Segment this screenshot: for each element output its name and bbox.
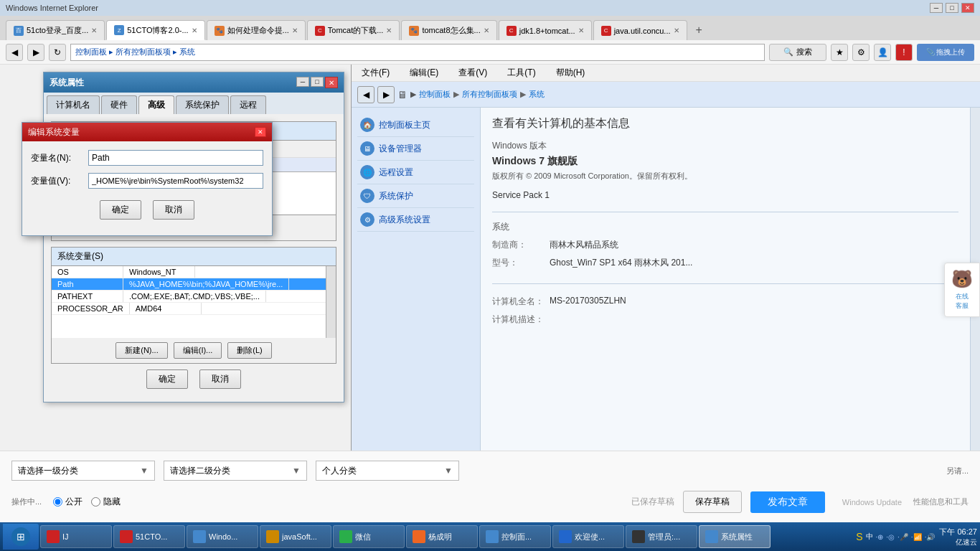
tab-close-6[interactable]: ✕: [674, 27, 679, 34]
radio-public[interactable]: 公开: [53, 496, 83, 508]
category-select-2[interactable]: 请选择二级分类 ▼: [164, 461, 307, 481]
upload-button[interactable]: 📎 拖拽上传: [917, 44, 974, 61]
tab-tomcat8[interactable]: 🐾 tomcat8怎么集... ✕: [401, 20, 496, 40]
tab-label-3: Tomcat的下载...: [328, 25, 384, 36]
tab-close-2[interactable]: ✕: [292, 27, 298, 34]
taskbar-label-java: javaSoft...: [282, 532, 317, 541]
taskbar-item-user[interactable]: 杨成明: [406, 525, 478, 548]
tab-sys-protection[interactable]: 系统保护: [176, 95, 229, 114]
taskbar-item-sysprops[interactable]: 系统属性: [699, 525, 771, 548]
radio-hidden[interactable]: 隐藏: [91, 496, 121, 508]
tab-java-util[interactable]: C java.util.concu... ✕: [593, 20, 687, 40]
menu-edit[interactable]: 编辑(E): [405, 65, 443, 80]
sys-vars-list[interactable]: OS Windows_NT Path %JAVA_HOME%\bin;%JAVA…: [52, 266, 326, 338]
sidebar-item-home[interactable]: 🏠 控制面板主页: [357, 113, 474, 137]
tab-hardware[interactable]: 硬件: [101, 95, 137, 114]
settings-button[interactable]: ⚙: [852, 44, 870, 61]
tab-cmd[interactable]: 🐾 如何处理命令提... ✕: [207, 20, 306, 40]
tab-remote[interactable]: 远程: [230, 95, 266, 114]
var-row-os[interactable]: OS Windows_NT: [52, 266, 326, 278]
taskbar-item-cmd[interactable]: 管理员:...: [626, 525, 697, 548]
tab-jdk-tomcat[interactable]: C jdk1.8+tomcat... ✕: [499, 20, 592, 40]
tab-close-1[interactable]: ✕: [192, 27, 197, 34]
menu-view[interactable]: 查看(V): [454, 65, 491, 80]
sidebar-item-advanced[interactable]: ⚙ 高级系统设置: [357, 208, 474, 232]
add-tab-button[interactable]: +: [689, 20, 706, 40]
menu-file[interactable]: 文件(F): [357, 65, 394, 80]
alert-button[interactable]: !: [895, 44, 913, 61]
edit-dialog-close[interactable]: ✕: [255, 127, 266, 137]
star-button[interactable]: ★: [831, 44, 848, 61]
new-sys-var-btn[interactable]: 新建(N)...: [116, 342, 167, 359]
var-name-input[interactable]: [88, 150, 263, 166]
sidebar-item-remote[interactable]: 🌐 远程设置: [357, 161, 474, 184]
sidebar-item-device-manager[interactable]: 🖥 设备管理器: [357, 137, 474, 161]
var-row-proc[interactable]: PROCESSOR_AR AMD64: [52, 303, 326, 315]
pc-name-label: 计算机全名：: [492, 296, 550, 308]
sys-props-ok-btn[interactable]: 确定: [146, 369, 188, 389]
tab-computer-name[interactable]: 计算机名: [47, 95, 100, 114]
cp-main-title: 查看有关计算机的基本信息: [492, 116, 958, 131]
address-bar[interactable]: 控制面板 ▸ 所有控制面板项 ▸ 系统: [70, 44, 765, 61]
sys-props-close[interactable]: ✕: [325, 77, 338, 88]
sys-vars-scrollbar[interactable]: [326, 266, 336, 338]
sys-props-minimize[interactable]: ─: [296, 77, 309, 87]
taskbar-item-wechat[interactable]: 微信: [333, 525, 405, 548]
taskbar-label-sysprops: 系统属性: [721, 532, 753, 542]
taskbar-item-51cto[interactable]: 51CTO...: [113, 525, 185, 548]
sidebar-item-sys-protection[interactable]: 🛡 系统保护: [357, 184, 474, 208]
tab-close-4[interactable]: ✕: [484, 27, 489, 34]
back-button[interactable]: ◀: [6, 44, 23, 61]
forward-arrow[interactable]: ▶: [377, 86, 395, 103]
back-arrow[interactable]: ◀: [357, 86, 374, 103]
online-service-widget[interactable]: 🐻 在线客服: [944, 263, 980, 317]
menu-tools[interactable]: 工具(T): [503, 65, 540, 80]
tab-close-0[interactable]: ✕: [91, 27, 97, 34]
tab-51cto-blog[interactable]: Z 51CTO博客2.0-... ✕: [106, 20, 204, 40]
minimize-button[interactable]: ─: [930, 3, 943, 13]
radio-public-input[interactable]: [53, 497, 62, 507]
sys-props-maximize[interactable]: □: [311, 77, 324, 87]
refresh-button[interactable]: ↻: [49, 44, 66, 61]
delete-sys-var-btn[interactable]: 删除(L): [227, 342, 271, 359]
taskbar-item-windows[interactable]: Windo...: [187, 525, 258, 548]
edit-sys-var-btn[interactable]: 编辑(I)...: [174, 342, 222, 359]
taskbar-item-intellij[interactable]: IJ: [40, 525, 112, 548]
search-button[interactable]: 🔍 搜索: [769, 44, 826, 61]
menu-help[interactable]: 帮助(H): [552, 65, 590, 80]
breadcrumb-all-items[interactable]: 所有控制面板项: [462, 89, 517, 100]
var-value-input[interactable]: [88, 173, 263, 189]
user-button[interactable]: 👤: [874, 44, 891, 61]
taskbar-item-control[interactable]: 控制面...: [479, 525, 551, 548]
tab-51cto-login[interactable]: 百 51cto登录_百度... ✕: [6, 20, 105, 40]
breadcrumb-control-panel[interactable]: 控制面板: [419, 89, 451, 100]
taskbar-item-welcome[interactable]: 欢迎使...: [552, 525, 624, 548]
another-notice: 另请...: [946, 466, 969, 476]
tab-close-5[interactable]: ✕: [578, 27, 584, 34]
start-button[interactable]: ⊞: [3, 524, 39, 550]
sys-props-cancel-btn[interactable]: 取消: [199, 369, 241, 389]
taskbar-icon-sysprops: [705, 530, 718, 543]
tab-tomcat-dl[interactable]: C Tomcat的下载... ✕: [307, 20, 400, 40]
breadcrumb-system[interactable]: 系统: [529, 89, 545, 100]
var-name-path: Path: [52, 278, 123, 290]
taskbar-item-java[interactable]: javaSoft...: [260, 525, 331, 548]
maximize-button[interactable]: □: [946, 3, 958, 13]
cat1-label: 请选择一级分类: [18, 465, 78, 477]
category-select-3[interactable]: 个人分类 ▼: [316, 461, 459, 481]
var-row-pathext[interactable]: PATHEXT .COM;.EXE;.BAT;.CMD;.VBS;.VBE;..…: [52, 291, 326, 303]
publish-btn[interactable]: 发布文章: [750, 491, 825, 513]
forward-button[interactable]: ▶: [27, 44, 44, 61]
category-select-1[interactable]: 请选择一级分类 ▼: [11, 461, 155, 481]
var-row-path[interactable]: Path %JAVA_HOME%\bin;%JAVA_HOME%\jre...: [52, 278, 326, 291]
var-name-os: OS: [52, 266, 123, 278]
tab-close-3[interactable]: ✕: [386, 27, 392, 34]
save-draft-btn[interactable]: 保存草稿: [683, 491, 742, 513]
edit-cancel-btn[interactable]: 取消: [153, 200, 194, 220]
tray-time: 下午 06:27 亿速云: [939, 527, 977, 547]
radio-hidden-input[interactable]: [91, 497, 100, 507]
tab-advanced[interactable]: 高级: [138, 95, 174, 114]
close-button[interactable]: ✕: [961, 3, 974, 13]
edit-ok-btn[interactable]: 确定: [100, 200, 141, 220]
manufacturer-label: 制造商：: [492, 239, 550, 251]
